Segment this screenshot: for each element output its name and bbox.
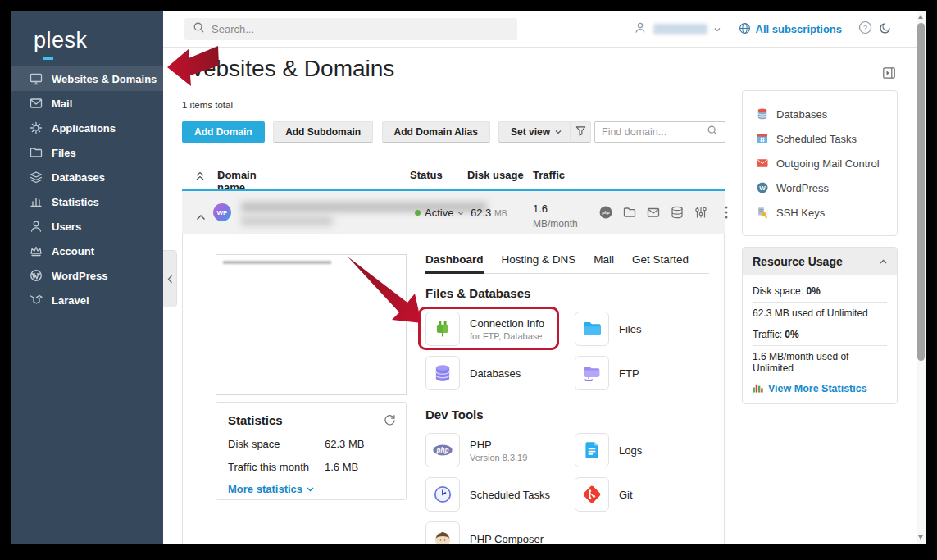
toolbar: Add Domain Add Subdomain Add Domain Alia… bbox=[182, 121, 725, 143]
vertical-scrollbar[interactable] bbox=[917, 11, 926, 544]
scrollbar-thumb[interactable] bbox=[917, 23, 925, 361]
sidebar-item-websites-domains[interactable]: Websites & Domains bbox=[11, 66, 163, 91]
globe-icon bbox=[739, 22, 751, 37]
quick-link-databases[interactable]: Databases bbox=[743, 102, 897, 126]
sidebar-item-databases[interactable]: Databases bbox=[11, 165, 163, 189]
sidebar-collapse-handle[interactable] bbox=[163, 250, 177, 307]
tool-files[interactable]: Files bbox=[575, 310, 714, 348]
status-dot-icon bbox=[415, 210, 421, 216]
tool-ftp[interactable]: FTP bbox=[575, 354, 714, 392]
tab-mail[interactable]: Mail bbox=[594, 253, 614, 273]
top-bar: All subscriptions ? bbox=[163, 11, 917, 48]
all-subscriptions-link[interactable]: All subscriptions bbox=[739, 22, 842, 37]
traffic-percent: Traffic: 0% bbox=[753, 324, 887, 345]
status-label: Active bbox=[425, 207, 453, 219]
statistics-card: Statistics Disk space 62.3 MB Traffic th… bbox=[216, 402, 407, 500]
settings-sliders-icon[interactable] bbox=[694, 205, 708, 220]
tab-hosting-dns[interactable]: Hosting & DNS bbox=[502, 253, 576, 273]
sidebar-item-label: Laravel bbox=[52, 294, 89, 307]
help-icon[interactable]: ? bbox=[858, 20, 872, 38]
tool-php-composer[interactable]: PHP Composer bbox=[425, 520, 575, 544]
add-subdomain-button[interactable]: Add Subdomain bbox=[273, 121, 373, 143]
files-databases-grid: Connection Info for FTP, Database Files bbox=[425, 310, 714, 392]
quick-link-wordpress[interactable]: W WordPress bbox=[743, 175, 897, 200]
traffic-month-label: Traffic this month bbox=[228, 461, 325, 473]
sidebar-item-applications[interactable]: Applications bbox=[11, 116, 163, 140]
search-input[interactable] bbox=[212, 23, 509, 35]
tab-dashboard[interactable]: Dashboard bbox=[425, 253, 484, 273]
disk-space-label: Disk space bbox=[228, 438, 325, 450]
sort-descending-arrow[interactable]: ↓ bbox=[217, 169, 223, 181]
side-panel-toggle-icon[interactable] bbox=[883, 67, 895, 82]
sidebar-item-laravel[interactable]: Laravel bbox=[11, 288, 163, 312]
sidebar-item-wordpress[interactable]: WordPress bbox=[11, 263, 163, 288]
tool-php[interactable]: php PHP Version 8.3.19 bbox=[425, 431, 575, 469]
sidebar-item-mail[interactable]: Mail bbox=[11, 91, 163, 116]
layers-icon bbox=[30, 171, 43, 184]
sidebar-item-label: WordPress bbox=[52, 270, 107, 282]
files-icon[interactable] bbox=[622, 205, 637, 220]
traffic-used: 1.6 MB/month used of Unlimited bbox=[753, 345, 887, 379]
find-domain-input[interactable] bbox=[602, 126, 707, 138]
blurred-username[interactable] bbox=[653, 24, 707, 34]
database-icon[interactable] bbox=[670, 205, 685, 220]
traffic-value: 1.6MB/month bbox=[533, 202, 578, 231]
database-icon bbox=[756, 107, 769, 121]
sidebar-item-statistics[interactable]: Statistics bbox=[11, 189, 163, 214]
site-preview-thumbnail[interactable] bbox=[216, 254, 407, 395]
view-more-statistics-link[interactable]: View More Statistics bbox=[753, 382, 867, 395]
tool-scheduled-tasks[interactable]: Scheduled Tasks bbox=[425, 476, 575, 513]
tool-subtitle: Version 8.3.19 bbox=[470, 453, 527, 462]
global-search[interactable] bbox=[184, 18, 517, 40]
tool-databases[interactable]: Databases bbox=[425, 354, 575, 392]
find-domain-box[interactable] bbox=[594, 121, 725, 143]
quick-link-ssh-keys[interactable]: SSH Keys bbox=[743, 200, 897, 225]
dark-mode-moon-icon[interactable] bbox=[879, 21, 892, 38]
sidebar-item-files[interactable]: Files bbox=[11, 140, 163, 165]
quick-link-outgoing-mail-control[interactable]: Outgoing Mail Control bbox=[743, 151, 897, 175]
database-stack-icon bbox=[425, 356, 460, 390]
scroll-up-arrow[interactable] bbox=[918, 15, 923, 19]
tool-connection-info[interactable]: Connection Info for FTP, Database bbox=[425, 310, 575, 348]
topbar-right: All subscriptions ? bbox=[634, 20, 917, 38]
collapse-row-chevron-icon[interactable] bbox=[196, 209, 206, 224]
quick-access-card: Databases Scheduled Tasks Outgoing Mail … bbox=[742, 90, 898, 236]
add-domain-button[interactable]: Add Domain bbox=[182, 121, 265, 143]
composer-icon bbox=[425, 521, 460, 544]
filter-button[interactable] bbox=[570, 121, 591, 143]
sidebar-item-users[interactable]: Users bbox=[11, 214, 163, 239]
tool-git[interactable]: Git bbox=[575, 476, 714, 513]
sidebar-item-label: Files bbox=[52, 147, 76, 159]
kebab-menu-icon[interactable] bbox=[725, 206, 728, 219]
plesk-app-window: plesk Websites & Domains Mail Applicatio… bbox=[11, 11, 926, 544]
search-icon[interactable] bbox=[707, 125, 718, 139]
tool-label: FTP bbox=[619, 367, 639, 380]
resource-usage-header[interactable]: Resource Usage bbox=[743, 248, 897, 275]
tool-logs[interactable]: Logs bbox=[575, 431, 714, 469]
mail-icon[interactable] bbox=[646, 205, 661, 220]
plesk-logo[interactable]: plesk bbox=[34, 28, 107, 53]
more-statistics-link[interactable]: More statistics bbox=[228, 483, 314, 495]
column-status[interactable]: Status bbox=[410, 169, 443, 181]
scroll-down-arrow[interactable] bbox=[918, 535, 923, 540]
php-settings-icon[interactable]: php bbox=[598, 205, 613, 220]
statistics-title: Statistics bbox=[228, 413, 394, 427]
sidebar-item-account[interactable]: Account bbox=[11, 239, 163, 263]
add-domain-alias-button[interactable]: Add Domain Alias bbox=[382, 121, 490, 143]
collapse-all-rows-icon[interactable] bbox=[195, 171, 205, 184]
tool-label: Scheduled Tasks bbox=[470, 489, 550, 501]
set-view-button[interactable]: Set view bbox=[498, 121, 574, 143]
column-traffic[interactable]: Traffic bbox=[533, 169, 565, 181]
plug-icon bbox=[425, 312, 460, 346]
set-view-label: Set view bbox=[511, 126, 550, 138]
right-rail: Databases Scheduled Tasks Outgoing Mail … bbox=[742, 90, 898, 404]
status-dropdown[interactable]: Active bbox=[415, 207, 464, 219]
tab-get-started[interactable]: Get Started bbox=[632, 253, 689, 273]
tool-label: Files bbox=[619, 323, 641, 335]
column-disk-usage[interactable]: Disk usage bbox=[467, 169, 524, 181]
chevron-down-icon[interactable] bbox=[714, 27, 721, 32]
quick-link-scheduled-tasks[interactable]: Scheduled Tasks bbox=[743, 126, 897, 151]
disk-space-value: 62.3 MB bbox=[325, 438, 364, 450]
refresh-icon[interactable] bbox=[384, 413, 396, 429]
tool-label: PHP Composer bbox=[470, 533, 544, 545]
